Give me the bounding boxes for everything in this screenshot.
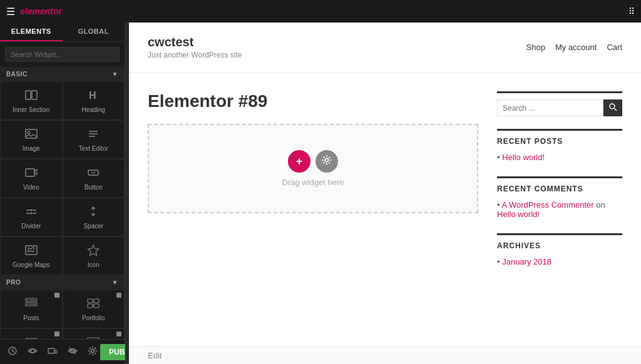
heading-icon: H [86,88,100,104]
responsive-button[interactable] [45,343,60,360]
svg-rect-19 [26,246,37,255]
image-icon [24,127,38,143]
widget-spacer[interactable]: Spacer [63,198,125,236]
pro-badge-form [116,331,121,336]
widget-portfolio-label: Portfolio [82,315,105,321]
posts-icon [24,296,38,312]
sidebar-archives-divider [497,233,622,235]
sidebar-archives: ARCHIVES January 2018 [497,233,622,268]
widget-button[interactable]: Button [63,159,125,198]
svg-rect-27 [88,299,93,303]
widget-icon-label: Icon [88,261,100,268]
search-bar [0,42,125,67]
svg-rect-37 [88,338,99,339]
tab-global[interactable]: GLOBAL [63,23,125,41]
main-layout: ELEMENTS GLOBAL BASIC ▼ Inner Section [0,23,641,364]
edit-bar: Edit [129,346,641,364]
video-icon [24,166,38,181]
add-widget-button[interactable]: + [288,150,310,173]
widget-posts[interactable]: Posts [0,290,63,328]
text-editor-icon [86,127,100,143]
grid-icon[interactable]: ⠿ [628,6,635,16]
settings-button[interactable] [85,343,100,360]
panel-section: BASIC ▼ Inner Section H Heading [0,67,125,339]
wp-content: cwctest Just another WordPress site Shop… [129,23,641,364]
sidebar-search-button[interactable] [603,99,622,116]
divider-icon [24,205,38,220]
svg-point-15 [30,213,32,215]
sidebar-search-input[interactable] [497,99,603,116]
search-input[interactable] [5,47,120,62]
add-icon: + [296,155,303,168]
recent-comments-title: RECENT COMMENTS [497,185,622,193]
inner-section-icon [24,88,38,104]
page-title: Elementor #89 [148,91,478,111]
widget-divider-label: Divider [21,223,41,230]
widget-add-buttons: + [288,150,338,173]
gallery-icon [24,335,38,339]
spacer-icon [86,205,100,220]
page-main: Elementor #89 + [129,73,641,346]
svg-text:H: H [89,90,96,101]
widget-image[interactable]: Image [0,120,63,159]
tab-elements[interactable]: ELEMENTS [0,23,63,41]
sidebar-recent-comments-divider [497,176,622,178]
basic-widgets-grid: Inner Section H Heading Image [0,81,125,275]
widget-form[interactable]: Form [63,328,125,339]
basic-section-header[interactable]: BASIC ▼ [0,67,125,81]
list-item: Hello world! [497,151,622,164]
svg-rect-3 [26,129,37,138]
list-item: A WordPress Commenter on Hello world! [497,198,622,221]
svg-marker-20 [88,245,99,255]
recent-comment-post[interactable]: Hello world! [497,210,540,219]
site-branding: cwctest Just another WordPress site [148,35,242,59]
primary-content: Elementor #89 + [148,91,478,327]
svg-point-47 [326,158,329,161]
svg-rect-32 [30,338,33,339]
sidebar-content: RECENT POSTS Hello world! RECENT COMMENT… [497,91,622,327]
pro-badge-gallery [54,331,59,336]
basic-section-arrow: ▼ [112,71,118,78]
svg-rect-43 [55,350,57,353]
pro-badge-posts [54,293,59,298]
nav-cart[interactable]: Cart [607,43,622,52]
widget-video[interactable]: Video [0,159,63,198]
widget-icon[interactable]: Icon [63,236,125,275]
recent-post-link[interactable]: Hello world! [502,153,545,162]
archive-link[interactable]: January 2018 [502,257,551,266]
widget-inner-section[interactable]: Inner Section [0,81,63,120]
archives-title: ARCHIVES [497,241,622,250]
widget-text-editor[interactable]: Text Editor [63,120,125,159]
widget-inner-section-label: Inner Section [13,106,49,113]
recent-comment-author[interactable]: A WordPress Commenter [501,200,593,210]
sidebar-recent-comments: RECENT COMMENTS A WordPress Commenter on… [497,176,622,221]
svg-point-48 [610,104,615,109]
widget-divider[interactable]: Divider [0,198,63,236]
pro-badge-portfolio [116,293,121,298]
svg-rect-1 [32,91,37,99]
nav-my-account[interactable]: My account [555,43,597,52]
history-button[interactable] [5,343,20,360]
elementor-widget-area: + Drag widget here [148,124,478,213]
widget-settings-button[interactable] [315,150,338,173]
widget-heading[interactable]: H Heading [63,81,125,120]
svg-rect-28 [94,299,99,303]
svg-point-46 [91,350,95,353]
pro-widgets-grid: Posts Portfolio Gallery [0,290,125,339]
eye-button[interactable] [65,343,80,360]
pro-section-header[interactable]: PRO ▼ [0,275,125,290]
widget-gallery[interactable]: Gallery [0,328,63,339]
widget-portfolio[interactable]: Portfolio [63,290,125,328]
hamburger-icon[interactable]: ☰ [6,6,15,18]
panel-tabs: ELEMENTS GLOBAL [0,23,125,42]
site-description: Just another WordPress site [148,51,242,59]
basic-section-label: BASIC [6,71,28,78]
settings-icon [322,155,332,168]
preview-button[interactable] [25,343,40,360]
edit-link[interactable]: Edit [148,351,162,360]
form-icon [86,335,100,339]
drag-widget-text: Drag widget here [282,178,344,187]
widget-google-maps[interactable]: Google Maps [0,236,63,275]
icon-icon [86,243,100,259]
nav-shop[interactable]: Shop [526,43,545,52]
